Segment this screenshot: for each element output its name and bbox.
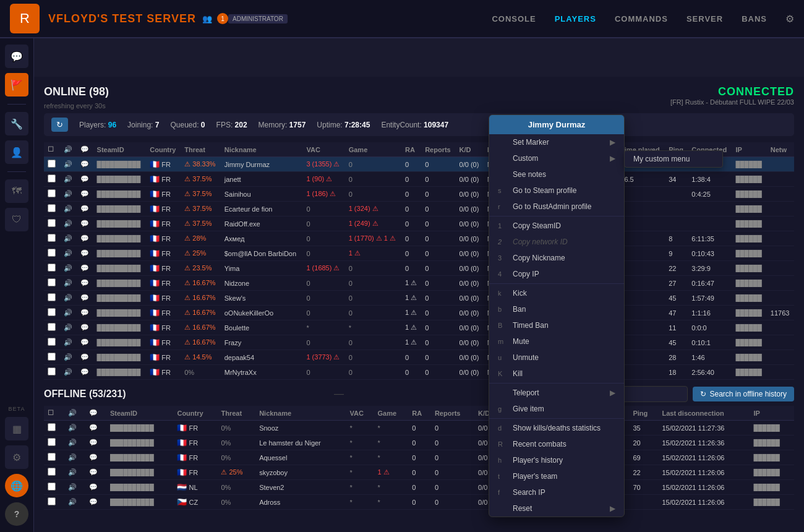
ctx-item-show-kills/deaths-statistics[interactable]: dShow kills/deaths statistics [489, 420, 624, 436]
sidebar-btn-user[interactable]: 👤 [5, 140, 28, 164]
ctx-item-go-to-rustadmin-profile[interactable]: rGo to RustAdmin profile [489, 199, 624, 215]
ctx-item-ban[interactable]: bBan [489, 301, 624, 317]
ctx-key: h [498, 457, 507, 464]
ctx-item-recent-combats[interactable]: RRecent combats [489, 436, 624, 452]
sidebar: 💬 🚩 🔧 👤 🗺 🛡 BETA ▦ ⚙ 🌐 ? [0, 38, 34, 532]
ctx-item-copy-steamid[interactable]: 1Copy SteamID [489, 218, 624, 234]
ctx-item-player's-history[interactable]: hPlayer's history [489, 452, 624, 468]
table-row[interactable]: 🔊 💬 ██████████ 🇫🇷 FR ⚠ 25% skyzoboy * 1 … [44, 465, 794, 480]
admin-badge: ADMINISTRATOR [228, 14, 288, 24]
nav-server[interactable]: SERVER [686, 14, 723, 24]
ctx-header: Jimmy Durmaz [489, 115, 624, 134]
sidebar-btn-globe[interactable]: 🌐 [5, 474, 28, 497]
stat-uptime: Uptime: 7:28:45 [317, 121, 370, 129]
main-content: ONLINE (98) refreshing every 30s CONNECT… [34, 77, 804, 532]
ctx-item-label: Custom [513, 154, 538, 163]
offline-scroll-indicator: — [334, 388, 344, 400]
table-row[interactable]: 🔊 💬 ██████████ 🇨🇿 CZ 0% Adross * * 0 0 0… [44, 495, 794, 510]
ctx-item-mute[interactable]: mMute [489, 333, 624, 350]
stat-entity: EntityCount: 109347 [381, 121, 448, 129]
offline-search-button[interactable]: ↻ Search in offline history [693, 387, 794, 401]
logo-letter: R [20, 11, 30, 27]
table-row[interactable]: 🔊 💬 ██████████ 🇫🇷 FR ⚠ 37.5% Ecarteur de… [44, 202, 794, 217]
table-row[interactable]: 🔊 💬 ██████████ 🇫🇷 FR ⚠ 14.5% depaak54 1 … [44, 350, 794, 365]
stat-joining: Joining: 7 [127, 121, 159, 129]
ctx-item-copy-network-id: 2Copy network ID [489, 234, 624, 250]
stat-memory: Memory: 1757 [259, 121, 306, 129]
ctx-item-search-ip[interactable]: fSearch IP [489, 484, 624, 500]
ctx-item-copy-nickname[interactable]: 3Copy Nickname [489, 250, 624, 266]
ctx-item-label: Give item [513, 405, 544, 413]
table-row[interactable]: 🔊 💬 ██████████ 🇫🇷 FR 0% MrNytraXx 0 0 0 … [44, 365, 794, 380]
ctx-item-go-to-steam-profile[interactable]: sGo to Steam profile [489, 182, 624, 199]
settings-icon[interactable]: ⚙ [785, 13, 794, 25]
ctx-key: t [498, 473, 507, 480]
sidebar-btn-help[interactable]: ? [5, 502, 28, 526]
ctx-item-reset[interactable]: Reset▶ [489, 500, 624, 517]
sidebar-btn-chat[interactable]: 💬 [5, 45, 28, 68]
ctx-item-unmute[interactable]: uUnmute [489, 350, 624, 366]
ctx-divider [489, 418, 624, 419]
ctx-key: R [498, 440, 507, 448]
ctx-arrow-icon: ▶ [610, 388, 615, 397]
sidebar-btn-shield[interactable]: 🛡 [5, 208, 28, 231]
ctx-item-teleport[interactable]: Teleport▶ [489, 385, 624, 401]
ctx-key: s [498, 187, 507, 194]
ctx-item-set-marker[interactable]: Set Marker▶ [489, 134, 624, 150]
refresh-button[interactable]: ↻ [51, 118, 68, 132]
sidebar-btn-tool[interactable]: 🔧 [5, 112, 28, 135]
nav-console[interactable]: CONSOLE [492, 14, 536, 24]
table-row[interactable]: 🔊 💬 ██████████ 🇳🇱 NL 0% Steven2 * * 0 0 … [44, 480, 794, 495]
table-row[interactable]: 🔊 💬 ██████████ 🇫🇷 FR 0% Snooz * * 0 0 0/… [44, 421, 794, 435]
ctx-arrow-icon: ▶ [610, 154, 615, 163]
ctx-item-kill[interactable]: KKill [489, 366, 624, 382]
ctx-divider [489, 383, 624, 384]
table-row[interactable]: 🔊 💬 ██████████ 🇫🇷 FR ⚠ 16.67% Frazy 0 0 … [44, 335, 794, 350]
ctx-item-label: Unmute [513, 353, 539, 362]
search-icon: ↻ [700, 390, 706, 398]
ctx-item-label: Timed Ban [513, 321, 549, 330]
ctx-item-label: Ban [513, 305, 526, 314]
nav-bans[interactable]: BANS [742, 14, 767, 24]
table-row[interactable]: 🔊 💬 ██████████ 🇫🇷 FR ⚠ 37.5% RaidOff.exe… [44, 217, 794, 231]
nav-commands[interactable]: COMMANDS [615, 14, 668, 24]
ctx-key: k [498, 290, 507, 297]
ctx-item-give-item[interactable]: gGive item [489, 401, 624, 417]
sidebar-btn-map[interactable]: 🗺 [5, 179, 28, 203]
nav-links: CONSOLE PLAYERS COMMANDS SERVER BANS ⚙ [492, 13, 794, 25]
sidebar-btn-flag[interactable]: 🚩 [5, 73, 28, 97]
ctx-item-custom[interactable]: Custom▶My custom menu [489, 150, 624, 166]
table-row[interactable]: 🔊 💬 ██████████ 🇫🇷 FR ⚠ 16.67% oONukeKill… [44, 306, 794, 320]
ctx-item-label: Copy network ID [513, 238, 568, 246]
ctx-item-copy-ip[interactable]: 4Copy IP [489, 266, 624, 282]
table-row[interactable]: 🔊 💬 ██████████ 🇫🇷 FR ⚠ 37.5% janett 1 (9… [44, 172, 794, 187]
table-row[interactable]: 🔊 💬 ██████████ 🇫🇷 FR 0% Le hamster du Ni… [44, 435, 794, 450]
sidebar-btn-grid[interactable]: ▦ [5, 417, 28, 440]
table-row[interactable]: 🔊 💬 ██████████ 🇫🇷 FR ⚠ 28% Ахмед 0 1 (17… [44, 231, 794, 246]
table-row[interactable]: 🔊 💬 ██████████ 🇫🇷 FR 0% Aquessel * * 0 0… [44, 450, 794, 465]
ctx-item-player's-team[interactable]: tPlayer's team [489, 468, 624, 484]
table-row[interactable]: 🔊 💬 ██████████ 🇫🇷 FR ⚠ 16.67% Boulette *… [44, 320, 794, 335]
table-row[interactable]: 🔊 💬 ██████████ 🇫🇷 FR ⚠ 37.5% Sainihou 1 … [44, 187, 794, 202]
ctx-item-see-notes[interactable]: See notes [489, 166, 624, 182]
table-row[interactable]: 🔊 💬 ██████████ 🇫🇷 FR ⚠ 23.5% Yima 1 (168… [44, 261, 794, 276]
table-row[interactable]: 🔊 💬 ██████████ 🇫🇷 FR ⚠ 25% $om@llA Don B… [44, 246, 794, 261]
sidebar-btn-settings[interactable]: ⚙ [5, 445, 28, 469]
ctx-submenu-item[interactable]: My custom menu [625, 151, 722, 167]
ctx-arrow-icon: ▶ [610, 504, 615, 513]
ctx-key: B [498, 322, 507, 329]
ctx-item-label: Kick [513, 289, 527, 298]
ctx-key: g [498, 405, 507, 413]
ctx-item-timed-ban[interactable]: BTimed Ban [489, 317, 624, 333]
ctx-key: m [498, 338, 507, 345]
table-row[interactable]: 🔊 💬 ██████████ 🇫🇷 FR ⚠ 16.67% Nidzone 0 … [44, 276, 794, 291]
nav-players[interactable]: PLAYERS [555, 14, 596, 24]
online-subtitle: refreshing every 30s [44, 102, 109, 109]
ctx-item-label: Go to Steam profile [513, 186, 576, 195]
beta-label: BETA [9, 406, 25, 412]
ctx-key: b [498, 306, 507, 313]
app-logo: R [10, 4, 40, 33]
top-navbar: R VFLOYD'S TEST SERVER 👥 1 ADMINISTRATOR… [0, 0, 804, 38]
ctx-item-kick[interactable]: kKick [489, 285, 624, 301]
table-row[interactable]: 🔊 💬 ██████████ 🇫🇷 FR ⚠ 16.67% Skew's 0 0… [44, 291, 794, 306]
